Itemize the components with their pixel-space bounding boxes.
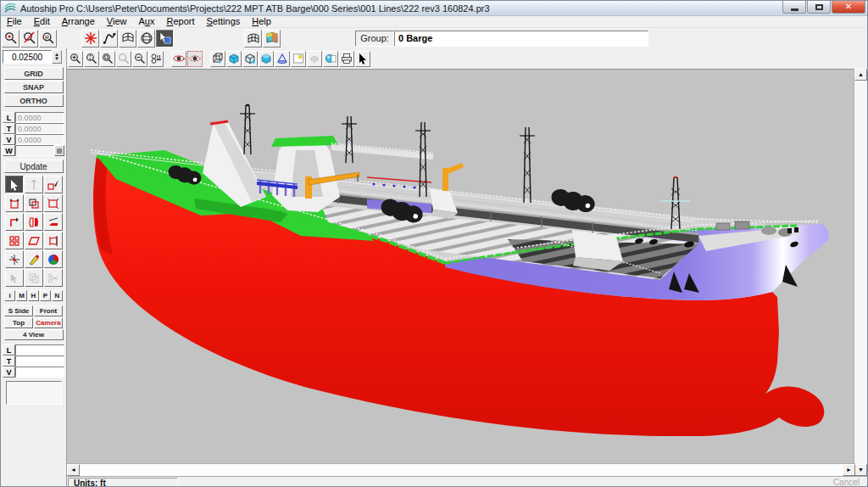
zoom-extents-button[interactable]: [100, 51, 115, 67]
coord-w-label: W: [3, 145, 15, 156]
align-tool-button[interactable]: [44, 232, 63, 249]
shear-tool-button[interactable]: [44, 213, 63, 231]
menu-settings[interactable]: Settings: [201, 16, 247, 27]
coord-l-value[interactable]: 0.0000: [15, 112, 64, 123]
vertical-scrollbar[interactable]: ▲ ▼: [854, 69, 867, 476]
move-disabled-button[interactable]: [5, 269, 24, 287]
perspective-cone-button[interactable]: [275, 51, 290, 67]
pointer-button[interactable]: [355, 51, 370, 67]
show-surfaces-button[interactable]: [244, 30, 262, 48]
lights-button[interactable]: [148, 51, 164, 67]
mini-m-button[interactable]: M: [16, 290, 27, 301]
coord-t-label: T: [3, 123, 15, 134]
coord-v-value[interactable]: 0.0000: [15, 134, 64, 145]
camera-view-button[interactable]: Camera: [34, 317, 63, 328]
coord2-v-label: V: [3, 367, 15, 378]
display-shaded-button[interactable]: [259, 51, 274, 67]
mesh-tool-button[interactable]: [137, 30, 155, 48]
coord-t-value[interactable]: 0.0000: [15, 123, 64, 134]
maximize-button[interactable]: [807, 1, 831, 14]
top-view-button[interactable]: Top: [4, 317, 33, 328]
horizontal-scrollbar[interactable]: ◄ ►: [67, 463, 855, 476]
scroll-left-button[interactable]: ◄: [67, 464, 80, 476]
surface-tool-button[interactable]: [119, 30, 136, 48]
app-icon: [4, 3, 16, 14]
coord2-v-value[interactable]: [15, 367, 64, 378]
scale-tool-button[interactable]: [44, 194, 63, 212]
group-disabled-button[interactable]: [25, 269, 43, 287]
edit-curve-tool-button[interactable]: [44, 176, 63, 193]
side-view-button[interactable]: S Side: [4, 305, 33, 316]
cancel-button[interactable]: Cancel: [828, 478, 868, 487]
minimize-button[interactable]: [782, 1, 806, 14]
orbit-button[interactable]: [171, 51, 186, 67]
menu-bar: File Edit Arrange View Aux Report Settin…: [1, 16, 867, 27]
coord-l-label: L: [3, 112, 15, 123]
3d-viewport[interactable]: [67, 69, 855, 463]
select-points-tool-button[interactable]: [5, 194, 24, 212]
zoom-dynamic-button[interactable]: [84, 51, 99, 67]
display-hidden-line-button[interactable]: [242, 51, 258, 67]
group-input[interactable]: [394, 31, 648, 47]
print-button[interactable]: [339, 51, 354, 67]
snap-button[interactable]: SNAP: [4, 81, 64, 93]
ortho-button[interactable]: ORTHO: [4, 94, 64, 107]
coord2-t-value[interactable]: [15, 355, 64, 367]
scroll-right-button[interactable]: ►: [843, 464, 855, 476]
mini-h-button[interactable]: H: [28, 290, 39, 301]
render-surfaces-button[interactable]: [263, 30, 281, 48]
info-box: [6, 381, 62, 405]
menu-aux[interactable]: Aux: [133, 16, 161, 27]
group-label: Group:: [355, 31, 394, 47]
point-tool-button[interactable]: [81, 30, 99, 48]
array-tool-button[interactable]: [5, 232, 24, 249]
zoom-in-button[interactable]: [68, 51, 83, 67]
select-entity-button[interactable]: [156, 30, 174, 48]
menu-view[interactable]: View: [101, 16, 133, 27]
cut-disabled-button[interactable]: [44, 269, 63, 287]
draw-style-tool-button[interactable]: [25, 250, 43, 268]
zoom-restore-button[interactable]: R: [39, 30, 57, 48]
coord2-l-label: L: [3, 344, 15, 355]
material-button[interactable]: [323, 51, 338, 67]
zoom-window-button[interactable]: [2, 30, 19, 48]
axes-tool-button[interactable]: [5, 250, 24, 268]
skew-tool-button[interactable]: [25, 232, 43, 249]
menu-arrange[interactable]: Arrange: [56, 16, 101, 27]
mini-n-button[interactable]: N: [52, 290, 63, 301]
node-edit-tool-button[interactable]: [25, 176, 43, 193]
coord2-l-value[interactable]: [15, 344, 64, 355]
mini-i-button[interactable]: i: [4, 290, 15, 301]
zoom-previous-button[interactable]: [116, 51, 131, 67]
display-wireframe-button[interactable]: [210, 51, 225, 67]
menu-file[interactable]: File: [1, 16, 28, 27]
update-button[interactable]: Update: [4, 160, 64, 173]
lamp-button[interactable]: [307, 51, 322, 67]
coord-w-value[interactable]: [15, 145, 54, 156]
render-settings-button[interactable]: [291, 51, 306, 67]
menu-edit[interactable]: Edit: [28, 16, 56, 27]
select-tool-button[interactable]: [5, 176, 24, 193]
front-view-button[interactable]: Front: [34, 305, 63, 316]
menu-help[interactable]: Help: [246, 16, 277, 27]
curve-tool-button[interactable]: [100, 30, 118, 48]
grid-button[interactable]: GRID: [4, 67, 64, 80]
zoom-out-button[interactable]: [132, 51, 147, 67]
weight-button[interactable]: ▨: [54, 145, 64, 156]
rotate-tool-button[interactable]: [5, 213, 24, 231]
display-solid-button[interactable]: [226, 51, 242, 67]
scale-spinner[interactable]: ▲▼: [52, 50, 62, 64]
scroll-up-button[interactable]: ▲: [854, 69, 867, 81]
svg-text:R: R: [45, 35, 49, 41]
four-view-button[interactable]: 4 View: [4, 329, 64, 340]
orbit-active-button[interactable]: [187, 51, 203, 67]
menu-report[interactable]: Report: [160, 16, 200, 27]
copy-tool-button[interactable]: [25, 194, 43, 212]
color-tool-button[interactable]: [44, 250, 63, 268]
scale-input[interactable]: [3, 50, 52, 64]
close-button[interactable]: ✕: [832, 1, 865, 14]
mini-p-button[interactable]: P: [40, 290, 51, 301]
scroll-down-button[interactable]: ▼: [854, 464, 867, 476]
mirror-tool-button[interactable]: [25, 213, 43, 231]
zoom-off-button[interactable]: [20, 30, 38, 48]
